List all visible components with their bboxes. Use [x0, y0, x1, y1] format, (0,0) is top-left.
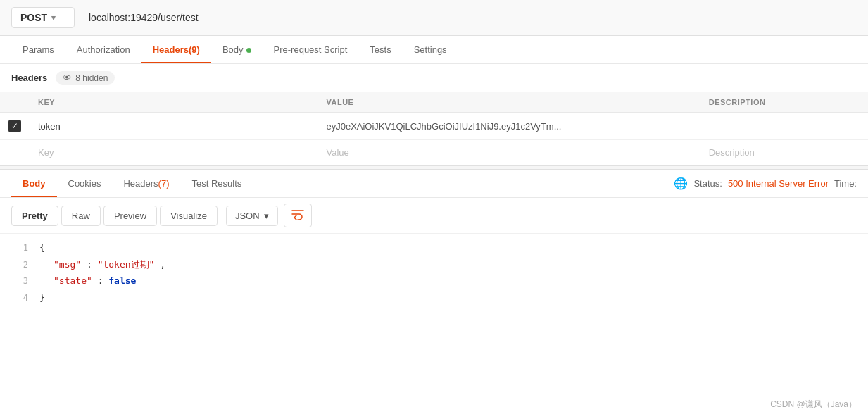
tab-headers[interactable]: Headers(9) — [141, 36, 211, 63]
tab-pre-request-script[interactable]: Pre-request Script — [263, 36, 359, 63]
status-value: 500 Internal Server Error — [728, 178, 829, 189]
response-tab-body[interactable]: Body — [11, 170, 57, 197]
tab-params[interactable]: Params — [11, 36, 65, 63]
col-desc-header: DESCRIPTION — [700, 92, 868, 113]
format-bar: Pretty Raw Preview Visualize JSON ▾ — [0, 198, 868, 234]
key-cell[interactable]: token — [30, 113, 317, 140]
checkbox-checked[interactable]: ✓ — [8, 120, 21, 132]
line-number-3: 3 — [6, 274, 28, 289]
hidden-count: 8 hidden — [75, 73, 108, 83]
headers-badge: (9) — [189, 44, 200, 55]
placeholder-desc-cell[interactable]: Description — [700, 140, 868, 165]
placeholder-desc: Description — [709, 147, 755, 158]
response-tab-cookies[interactable]: Cookies — [57, 170, 113, 197]
json-chevron-icon: ▾ — [264, 211, 269, 221]
placeholder-value: Value — [326, 147, 348, 158]
wrap-button[interactable] — [284, 204, 312, 227]
json-line-1: 1 { — [0, 239, 868, 256]
checkbox-cell[interactable]: ✓ — [0, 113, 30, 140]
json-line-3: 3 "state" : false — [0, 273, 868, 289]
col-value-header: VALUE — [317, 92, 700, 113]
placeholder-key-cell[interactable]: Key — [30, 140, 317, 165]
method-text: POST — [20, 12, 47, 23]
json-format-label: JSON — [235, 211, 260, 221]
pretty-button[interactable]: Pretty — [11, 206, 58, 226]
headers-section-header: Headers 👁 8 hidden — [0, 64, 868, 92]
json-value-state: false — [108, 275, 136, 286]
tab-body[interactable]: Body — [211, 36, 263, 63]
key-value: token — [38, 121, 61, 132]
col-key-header: KEY — [30, 92, 317, 113]
placeholder-key: Key — [38, 147, 54, 158]
placeholder-check-cell — [0, 140, 30, 165]
response-tab-test-results[interactable]: Test Results — [181, 170, 253, 197]
desc-cell[interactable] — [700, 113, 868, 140]
tab-settings[interactable]: Settings — [403, 36, 458, 63]
json-key-state: "state" — [54, 275, 92, 286]
raw-button[interactable]: Raw — [61, 206, 101, 226]
response-status-area: 🌐 Status: 500 Internal Server Error Time… — [674, 177, 857, 190]
hidden-badge[interactable]: 👁 8 hidden — [56, 71, 115, 85]
url-bar: POST ▾ — [0, 0, 868, 36]
response-tabs: Body Cookies Headers(7) Test Results 🌐 S… — [0, 170, 868, 198]
headers-table: KEY VALUE DESCRIPTION ✓ token eyJ0eXAiOi… — [0, 92, 868, 165]
time-label: Time: — [834, 178, 857, 189]
visualize-button[interactable]: Visualize — [160, 206, 218, 226]
tab-authorization[interactable]: Authorization — [65, 36, 141, 63]
table-header-row: KEY VALUE DESCRIPTION — [0, 92, 868, 113]
chevron-down-icon: ▾ — [51, 13, 56, 23]
headers-section-title: Headers — [11, 73, 47, 83]
json-line-2: 2 "msg" : "token过期" , — [0, 256, 868, 273]
response-headers-badge: (7) — [158, 178, 170, 189]
json-format-dropdown[interactable]: JSON ▾ — [226, 206, 278, 226]
json-value-msg: "token过期" — [98, 259, 155, 270]
tab-tests[interactable]: Tests — [358, 36, 402, 63]
wrap-icon — [291, 208, 304, 220]
json-key-msg: "msg" — [54, 259, 81, 270]
line-number-4: 4 — [6, 291, 28, 306]
line-number-2: 2 — [6, 258, 28, 273]
eye-icon: 👁 — [63, 73, 72, 83]
preview-button[interactable]: Preview — [103, 206, 157, 226]
json-brace-open: { — [39, 239, 45, 256]
globe-icon: 🌐 — [674, 177, 688, 190]
method-dropdown[interactable]: POST ▾ — [11, 7, 75, 28]
table-row: ✓ token eyJ0eXAiOiJKV1QiLCJhbGciOiJIUzI1… — [0, 113, 868, 140]
response-tab-headers[interactable]: Headers(7) — [112, 170, 180, 197]
json-brace-close: } — [39, 289, 45, 306]
placeholder-value-cell[interactable]: Value — [317, 140, 700, 165]
line-number-1: 1 — [6, 241, 28, 256]
json-line-4: 4 } — [0, 289, 868, 306]
token-value: eyJ0eXAiOiJKV1QiLCJhbGciOiJIUzI1NiJ9.eyJ… — [326, 121, 561, 132]
json-content: 1 { 2 "msg" : "token过期" , 3 "state" : fa… — [0, 234, 868, 311]
url-input[interactable] — [80, 8, 857, 27]
table-placeholder-row: Key Value Description — [0, 140, 868, 165]
status-label: Status: — [693, 178, 722, 189]
request-tabs: Params Authorization Headers(9) Body Pre… — [0, 36, 868, 64]
value-cell[interactable]: eyJ0eXAiOiJKV1QiLCJhbGciOiJIUzI1NiJ9.eyJ… — [317, 113, 700, 140]
col-check-header — [0, 92, 30, 113]
body-active-dot — [246, 48, 251, 53]
